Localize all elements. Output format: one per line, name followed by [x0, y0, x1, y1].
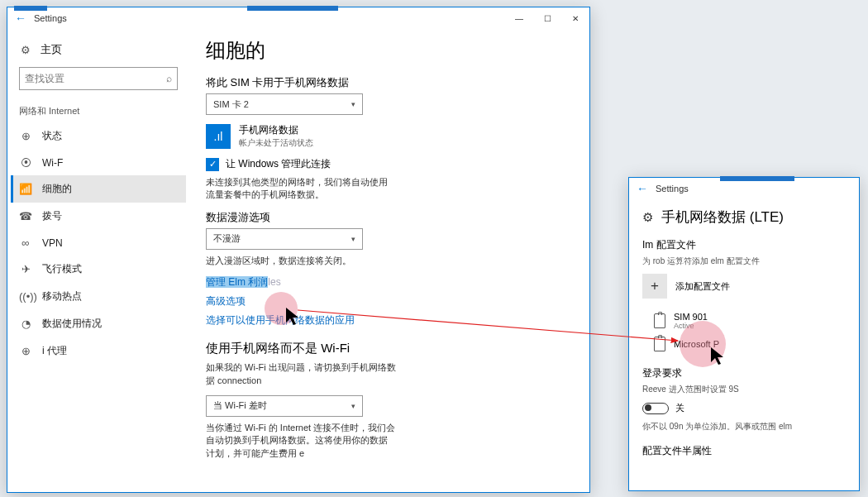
page-title: 手机网络数据 (LTE) [661, 208, 784, 227]
choose-apps-link[interactable]: 选择可以使用手机网络数据的应用 [206, 313, 576, 327]
checkbox-label: 让 Windows 管理此连接 [226, 157, 331, 171]
plus-icon: + [642, 274, 667, 299]
sidebar-item-status[interactable]: ⊕状态 [11, 122, 186, 150]
toggle-icon [642, 403, 669, 414]
sidebar-item-label: VPN [42, 237, 63, 249]
sidebar-item-datausage[interactable]: ◔数据使用情况 [11, 310, 186, 337]
sidebar-item-dialup[interactable]: ☎拨号 [11, 203, 186, 230]
sidebar-item-vpn[interactable]: ∞VPN [11, 230, 186, 256]
sidebar-item-proxy[interactable]: ⊕i 代理 [11, 337, 186, 365]
cellular-icon: 📶 [19, 183, 32, 195]
dialup-icon: ☎ [19, 210, 32, 222]
use-cellular-select-value: 当 Wi-Fi 差时 [213, 399, 267, 412]
sidebar: ⚙ 主页 查找设置 ⌕ 网络和 Internet ⊕状态⦿Wi-F📶细胞的☎拨号… [7, 29, 189, 492]
page-title: 细胞的 [206, 37, 576, 64]
vpn-icon: ∞ [19, 237, 32, 249]
sidebar-item-label: 飞行模式 [42, 262, 82, 276]
titlebar-small: ← Settings [629, 178, 859, 199]
titlebar: ← Settings — ☐ ✕ [7, 7, 589, 29]
roaming-select[interactable]: 不漫游 ▾ [206, 228, 363, 250]
profiles-sub: 为 rob 运算符添加 elm 配置文件 [642, 256, 846, 267]
sim-card-icon [654, 313, 665, 328]
back-button[interactable]: ← [12, 10, 29, 26]
chevron-down-icon: ▾ [351, 402, 355, 410]
close-button[interactable]: ✕ [561, 7, 589, 29]
signin-toggle[interactable]: 关 [642, 402, 846, 414]
back-button[interactable]: ← [634, 180, 651, 197]
sidebar-item-cellular[interactable]: 📶细胞的 [11, 175, 186, 203]
roaming-label: 数据漫游选项 [206, 210, 576, 225]
proxy-icon: ⊕ [19, 345, 32, 357]
sim-select[interactable]: SIM 卡 2 ▾ [206, 93, 363, 115]
toggle-label: 关 [675, 402, 684, 414]
settings-detail-window: ← Settings ⚙ 手机网络数据 (LTE) Im 配置文件 为 rob … [628, 177, 860, 491]
sidebar-item-label: 状态 [42, 129, 62, 143]
roaming-select-value: 不漫游 [213, 232, 241, 245]
search-icon: ⌕ [166, 73, 172, 84]
checkbox-icon: ✓ [206, 158, 219, 171]
let-windows-manage-checkbox[interactable]: ✓ 让 Windows 管理此连接 [206, 157, 576, 171]
datausage-icon: ◔ [19, 318, 32, 330]
tile-title: 手机网络数据 [239, 123, 313, 137]
airplane-icon: ✈ [19, 263, 32, 275]
window-title: Settings [34, 13, 67, 23]
sidebar-item-label: 移动热点 [42, 289, 82, 303]
manage-elm-link[interactable]: 管理 Elm 利润les [206, 275, 576, 289]
sidebar-item-airplane[interactable]: ✈飞行模式 [11, 256, 186, 283]
sidebar-item-label: Wi-F [42, 157, 63, 169]
sidebar-item-label: 数据使用情况 [42, 317, 102, 331]
chevron-down-icon: ▾ [351, 235, 355, 243]
chevron-down-icon: ▾ [351, 100, 355, 108]
sidebar-item-wifi[interactable]: ⦿Wi-F [11, 150, 186, 175]
signin-sub: Reeve 进入范围时设置 9S [642, 384, 846, 395]
profile-item[interactable]: SIM 901Active [642, 308, 846, 333]
advanced-options-link[interactable]: 高级选项 [206, 294, 576, 308]
sidebar-item-label: i 代理 [42, 344, 67, 358]
gear-icon: ⚙ [642, 210, 653, 225]
search-input[interactable]: 查找设置 ⌕ [19, 67, 178, 90]
signin-note: 你不以 09n 为单位添加。风事或范围 elm [642, 421, 846, 432]
signin-head: 登录要求 [642, 366, 846, 380]
use-cellular-desc: 如果我的 Wi-Fi 出现问题，请切换到手机网络数据 connection [206, 361, 396, 387]
sim-select-value: SIM 卡 2 [213, 98, 249, 111]
hotspot-icon: ((•)) [19, 290, 32, 303]
use-cellular-select[interactable]: 当 Wi-Fi 差时 ▾ [206, 395, 363, 417]
status-icon: ⊕ [19, 130, 32, 142]
wifi-icon: ⦿ [19, 156, 32, 169]
auto-connect-desc: 未连接到其他类型的网络时，我们将自动使用流量套餐中的手机网络数据。 [206, 176, 396, 202]
gear-icon: ⚙ [19, 44, 32, 56]
sim-label: 将此 SIM 卡用于手机网络数据 [206, 75, 576, 90]
add-profile-label: 添加配置文件 [675, 280, 730, 293]
sidebar-category: 网络和 Internet [11, 102, 186, 122]
sidebar-item-hotspot[interactable]: ((•))移动热点 [11, 283, 186, 310]
profiles-head: Im 配置文件 [642, 238, 846, 252]
minimize-button[interactable]: — [505, 7, 533, 29]
settings-main-window: ← Settings — ☐ ✕ ⚙ 主页 查找设置 ⌕ 网络和 Interne… [7, 7, 590, 493]
props-head: 配置文件半属性 [642, 444, 846, 458]
profile-item[interactable]: Microsoft P [642, 333, 846, 355]
window-title: Settings [656, 184, 689, 194]
sidebar-item-label: 拨号 [42, 209, 62, 223]
main-pane: 细胞的 将此 SIM 卡用于手机网络数据 SIM 卡 2 ▾ .ıl 手机网络数… [189, 29, 589, 492]
add-profile-button[interactable]: + 添加配置文件 [642, 274, 846, 299]
sidebar-item-label: 细胞的 [42, 182, 72, 196]
use-cellular-head: 使用手机网络而不是 Wi-Fi [206, 341, 576, 356]
cellular-tile-icon: .ıl [206, 124, 231, 149]
sim-card-icon [654, 337, 665, 351]
tile-subtitle: 帐户未处于活动状态 [239, 137, 313, 149]
search-placeholder: 查找设置 [25, 72, 64, 86]
maximize-button[interactable]: ☐ [533, 7, 561, 29]
roaming-desc: 进入漫游区域时，数据连接将关闭。 [206, 255, 396, 267]
home-link[interactable]: ⚙ 主页 [11, 37, 186, 62]
home-label: 主页 [41, 42, 62, 57]
use-cellular-desc2: 当你通过 Wi-Fi 的 Internet 连接不佳时，我们会自动切换到手机网络… [206, 422, 396, 460]
